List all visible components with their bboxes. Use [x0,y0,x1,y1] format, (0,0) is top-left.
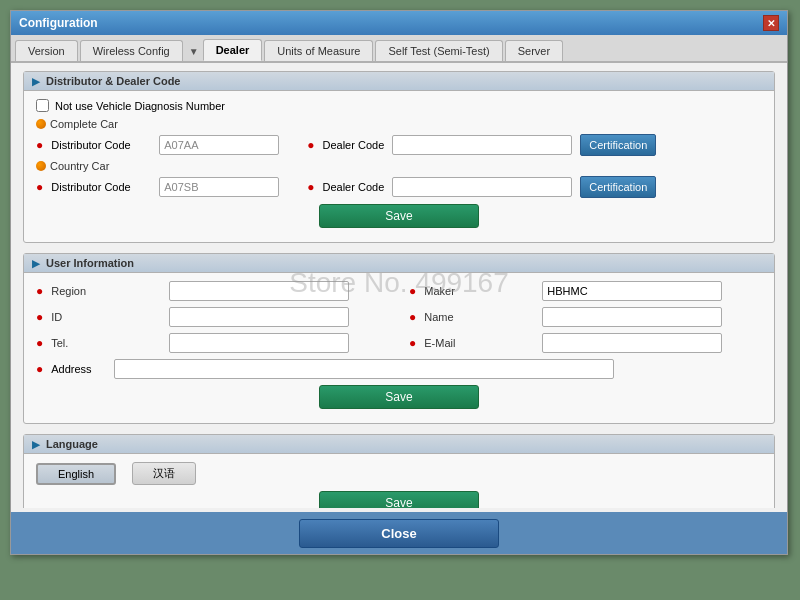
country-car-label: Country Car [36,160,762,172]
bottom-bar: Close [11,512,787,554]
tab-server[interactable]: Server [505,40,563,61]
region-input[interactable] [169,281,349,301]
complete-distributor-bullet: ● [36,138,43,152]
language-section-header: ▶ Language [24,435,774,454]
distributor-save-button[interactable]: Save [319,204,479,228]
complete-distributor-input[interactable] [159,135,279,155]
complete-dealer-input[interactable] [392,135,572,155]
tab-units[interactable]: Units of Measure [264,40,373,61]
distributor-section-title: Distributor & Dealer Code [46,75,180,87]
complete-dealer-label: Dealer Code [323,139,385,151]
user-info-section-body: ● Region ● ID ● Tel. [24,273,774,423]
user-info-left: ● Region ● ID ● Tel. [36,281,389,359]
user-info-section-title: User Information [46,257,134,269]
user-info-right: ● Maker ● Name ● E-Mail [409,281,762,359]
name-input[interactable] [542,307,722,327]
maker-bullet: ● [409,284,416,298]
complete-certification-button[interactable]: Certification [580,134,656,156]
country-car-row: ● Distributor Code ● Dealer Code Certifi… [36,176,762,198]
country-certification-button[interactable]: Certification [580,176,656,198]
titlebar: Configuration ✕ [11,11,787,35]
user-info-section-header: ▶ User Information [24,254,774,273]
language-section: ▶ Language English 汉语 Save [23,434,775,508]
address-row: ● Address [36,359,762,379]
region-row: ● Region [36,281,389,301]
tab-bar: Version Wireless Config ▼ Dealer Units o… [11,35,787,63]
tab-version[interactable]: Version [15,40,78,61]
language-section-title: Language [46,438,98,450]
maker-row: ● Maker [409,281,762,301]
address-input[interactable] [114,359,614,379]
country-dealer-bullet: ● [307,180,314,194]
lang-section-arrow-icon: ▶ [32,439,40,450]
user-section-arrow-icon: ▶ [32,258,40,269]
email-row: ● E-Mail [409,333,762,353]
chinese-language-button[interactable]: 汉语 [132,462,196,485]
user-info-section: ▶ User Information ● Region ● ID [23,253,775,424]
name-bullet: ● [409,310,416,324]
tel-bullet: ● [36,336,43,350]
email-bullet: ● [409,336,416,350]
window-close-button[interactable]: ✕ [763,15,779,31]
no-vehicle-diagnosis-row: Not use Vehicle Diagnosis Number [36,99,762,112]
complete-dealer-bullet: ● [307,138,314,152]
configuration-window: Configuration ✕ Version Wireless Config … [10,10,788,555]
complete-car-row: ● Distributor Code ● Dealer Code Certifi… [36,134,762,156]
tab-dealer[interactable]: Dealer [203,39,263,61]
no-vehicle-diagnosis-label: Not use Vehicle Diagnosis Number [55,100,225,112]
id-bullet: ● [36,310,43,324]
english-language-button[interactable]: English [36,463,116,485]
address-bullet: ● [36,362,43,376]
tab-content: Store No. 499167 ▶ Distributor & Dealer … [11,63,787,508]
tel-label: Tel. [51,337,161,349]
country-distributor-input[interactable] [159,177,279,197]
id-input[interactable] [169,307,349,327]
complete-car-label: Complete Car [36,118,762,130]
id-label: ID [51,311,161,323]
country-distributor-bullet: ● [36,180,43,194]
country-car-bullet-icon [36,161,46,171]
section-arrow-icon: ▶ [32,76,40,87]
complete-distributor-label: Distributor Code [51,139,151,151]
tab-wireless[interactable]: Wireless Config [80,40,183,61]
maker-label: Maker [424,285,534,297]
country-dealer-label: Dealer Code [323,181,385,193]
maker-input[interactable] [542,281,722,301]
window-title: Configuration [19,16,98,30]
distributor-section: ▶ Distributor & Dealer Code Not use Vehi… [23,71,775,243]
language-buttons-row: English 汉语 [36,462,762,485]
region-bullet: ● [36,284,43,298]
name-label: Name [424,311,534,323]
language-section-body: English 汉语 Save [24,454,774,508]
no-vehicle-diagnosis-checkbox[interactable] [36,99,49,112]
complete-car-bullet-icon [36,119,46,129]
email-input[interactable] [542,333,722,353]
tel-row: ● Tel. [36,333,389,353]
close-button[interactable]: Close [299,519,499,548]
tab-selftest[interactable]: Self Test (Semi-Test) [375,40,502,61]
language-save-button[interactable]: Save [319,491,479,508]
id-row: ● ID [36,307,389,327]
name-row: ● Name [409,307,762,327]
distributor-section-body: Not use Vehicle Diagnosis Number Complet… [24,91,774,242]
country-distributor-label: Distributor Code [51,181,151,193]
region-label: Region [51,285,161,297]
email-label: E-Mail [424,337,534,349]
tab-arrow: ▼ [185,42,203,61]
distributor-section-header: ▶ Distributor & Dealer Code [24,72,774,91]
tel-input[interactable] [169,333,349,353]
user-save-button[interactable]: Save [319,385,479,409]
country-dealer-input[interactable] [392,177,572,197]
address-label: Address [51,363,106,375]
